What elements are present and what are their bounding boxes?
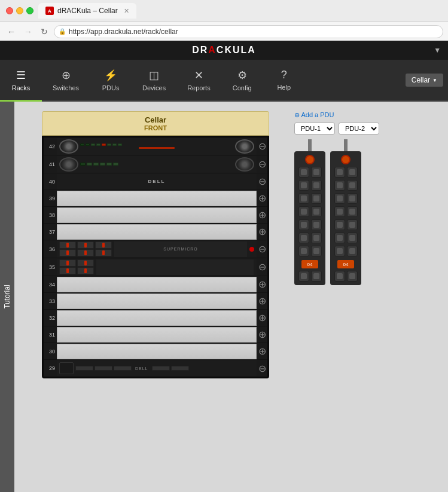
nav-item-config[interactable]: ⚙ Config bbox=[221, 60, 263, 102]
pdu1-strip: 04 bbox=[294, 151, 325, 285]
row-num-34: 34 bbox=[44, 282, 57, 288]
fan-right-41 bbox=[235, 157, 254, 172]
add-btn-38[interactable]: ⊕ bbox=[257, 210, 267, 221]
rack-row-35[interactable]: 35 bbox=[44, 258, 267, 276]
maximize-button[interactable] bbox=[26, 7, 33, 14]
rack-row-32[interactable]: 32 ⊕ bbox=[44, 310, 267, 326]
main-content: Tutorial Cellar FRONT 42 bbox=[0, 102, 448, 492]
fan-left-42 bbox=[59, 139, 78, 154]
reports-icon: ✕ bbox=[194, 69, 203, 82]
url-input[interactable] bbox=[54, 25, 443, 38]
fan-left-41 bbox=[59, 157, 78, 172]
address-bar: ← → ↻ 🔒 bbox=[0, 22, 448, 41]
tutorial-tab[interactable]: Tutorial bbox=[0, 102, 14, 492]
add-btn-33[interactable]: ⊕ bbox=[257, 296, 267, 307]
pdu2-outlet-3[interactable] bbox=[334, 193, 358, 204]
pdu2-select[interactable]: PDU-2 bbox=[339, 123, 379, 135]
rack-area: Cellar FRONT 42 bbox=[14, 102, 448, 492]
row-num-37: 37 bbox=[44, 229, 57, 235]
pdu2-outlet-6[interactable] bbox=[334, 233, 358, 243]
switches-icon: ⊕ bbox=[62, 69, 71, 82]
pdu2-outlet-8[interactable] bbox=[334, 271, 358, 282]
row-num-33: 33 bbox=[44, 298, 57, 304]
supermicro-label: SUPERMICRO bbox=[163, 247, 197, 251]
pdu1-outlet-7[interactable] bbox=[298, 246, 322, 256]
lock-icon: 🔒 bbox=[59, 28, 66, 35]
traffic-lights bbox=[6, 7, 33, 14]
add-btn-39[interactable]: ⊕ bbox=[257, 193, 267, 204]
pdu1-outlet-4[interactable] bbox=[298, 206, 322, 217]
add-btn-29[interactable]: ⊖ bbox=[257, 363, 267, 374]
rack-row-42[interactable]: 42 bbox=[44, 137, 267, 155]
forward-button[interactable]: → bbox=[22, 26, 35, 38]
rack-row-31[interactable]: 31 ⊕ bbox=[44, 326, 267, 343]
rack-row-30[interactable]: 30 ⊕ bbox=[44, 343, 267, 360]
row-num-36: 36 bbox=[44, 246, 57, 252]
pdu-selects: PDU-1 PDU-2 bbox=[294, 123, 390, 135]
rack-row-39[interactable]: 39 ⊕ bbox=[44, 190, 267, 207]
rack-row-37[interactable]: 37 ⊕ bbox=[44, 224, 267, 240]
rack-row-29[interactable]: 29 DELL ⊖ bbox=[44, 360, 267, 377]
row-num-41: 41 bbox=[44, 161, 57, 167]
reload-button[interactable]: ↻ bbox=[38, 26, 50, 38]
add-btn-31[interactable]: ⊕ bbox=[257, 329, 267, 340]
pdus-icon: ⚡ bbox=[104, 69, 117, 82]
pdu2-outlet-7[interactable] bbox=[334, 246, 358, 256]
active-tab[interactable]: A dRACKula – Cellar ✕ bbox=[38, 3, 136, 19]
minimize-button[interactable] bbox=[16, 7, 23, 14]
pdu2-outlet-1[interactable] bbox=[334, 167, 358, 178]
nav-item-switches[interactable]: ⊕ Switches bbox=[42, 60, 90, 102]
pdu1-outlet-2[interactable] bbox=[298, 180, 322, 191]
add-btn-42[interactable]: ⊖ bbox=[257, 141, 267, 152]
add-btn-41[interactable]: ⊖ bbox=[257, 159, 267, 170]
pdu1-outlet-1[interactable] bbox=[298, 167, 322, 178]
rack-row-38[interactable]: 38 ⊕ bbox=[44, 207, 267, 224]
add-btn-32[interactable]: ⊕ bbox=[257, 313, 267, 323]
pdu1-outlet-8[interactable] bbox=[298, 271, 322, 282]
pdu2-outlet-4[interactable] bbox=[334, 206, 358, 217]
add-btn-36[interactable]: ⊖ bbox=[257, 244, 267, 255]
rack-row-36[interactable]: 36 bbox=[44, 240, 267, 258]
nav-item-help[interactable]: ? Help bbox=[263, 60, 305, 102]
url-wrapper: 🔒 bbox=[54, 25, 443, 38]
rack-container: Cellar FRONT 42 bbox=[24, 111, 287, 482]
pdu1-outlet-3[interactable] bbox=[298, 193, 322, 204]
top-nav: DRACKULA ▼ bbox=[0, 41, 448, 60]
nav-item-reports[interactable]: ✕ Reports bbox=[176, 60, 221, 102]
pdu1-outlet-5[interactable] bbox=[298, 219, 322, 230]
add-pdu-link[interactable]: Add a PDU bbox=[294, 111, 334, 119]
nav-item-devices[interactable]: ◫ Devices bbox=[132, 60, 176, 102]
rack-row-34[interactable]: 34 ⊕ bbox=[44, 276, 267, 293]
dell-logo-29: DELL bbox=[135, 366, 148, 371]
add-btn-37[interactable]: ⊕ bbox=[257, 227, 267, 237]
pdu-header: Add a PDU bbox=[294, 111, 390, 119]
pdu2-outlet-2[interactable] bbox=[334, 180, 358, 191]
rack-row-33[interactable]: 33 ⊕ bbox=[44, 293, 267, 310]
add-btn-34[interactable]: ⊕ bbox=[257, 279, 267, 290]
rack-row-40[interactable]: 40 DELL ⊖ bbox=[44, 173, 267, 190]
context-dropdown[interactable]: Cellar bbox=[406, 74, 443, 87]
row-num-32: 32 bbox=[44, 315, 57, 321]
pdu1-select[interactable]: PDU-1 bbox=[294, 123, 335, 135]
pdu-columns: 04 bbox=[294, 139, 390, 285]
nav-item-pdus[interactable]: ⚡ PDUs bbox=[90, 60, 132, 102]
rack-row-41[interactable]: 41 bbox=[44, 155, 267, 173]
back-button[interactable]: ← bbox=[5, 26, 18, 38]
add-btn-35[interactable]: ⊖ bbox=[257, 262, 267, 273]
app-container: DRACKULA ▼ ☰ Racks ⊕ Switches ⚡ PDUs ◫ D… bbox=[0, 41, 448, 492]
row-num-39: 39 bbox=[44, 195, 57, 201]
add-btn-40[interactable]: ⊖ bbox=[257, 176, 267, 187]
racks-label: Racks bbox=[12, 84, 31, 91]
pdu1-column: 04 bbox=[294, 139, 325, 285]
row-num-31: 31 bbox=[44, 332, 57, 338]
add-btn-30[interactable]: ⊕ bbox=[257, 346, 267, 357]
pdu2-strip: 04 bbox=[330, 151, 361, 285]
user-menu[interactable]: ▼ bbox=[434, 46, 441, 54]
close-button[interactable] bbox=[6, 7, 13, 14]
racks-icon: ☰ bbox=[16, 69, 26, 82]
devices-icon: ◫ bbox=[149, 69, 159, 82]
pdu2-outlet-5[interactable] bbox=[334, 219, 358, 230]
tab-close-button[interactable]: ✕ bbox=[124, 7, 129, 15]
pdu1-outlet-6[interactable] bbox=[298, 233, 322, 243]
nav-item-racks[interactable]: ☰ Racks bbox=[0, 60, 42, 102]
